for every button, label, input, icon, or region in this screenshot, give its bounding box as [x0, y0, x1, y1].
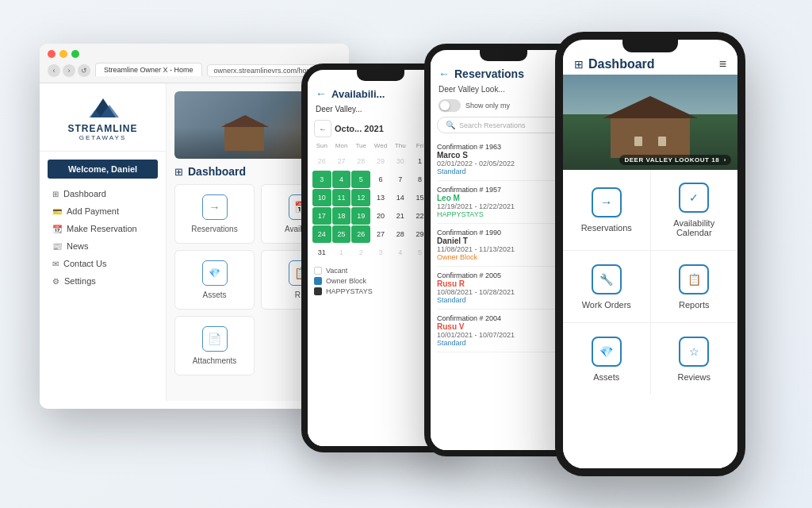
dashboard-card-attachments[interactable]: 📄 Attachments — [174, 316, 255, 375]
cal-cell[interactable]: 12 — [351, 189, 370, 206]
dashboard-card-reservations[interactable]: → Reservations — [174, 184, 255, 244]
logo-icon — [86, 95, 121, 121]
cal-cell[interactable]: 5 — [351, 171, 370, 188]
browser-minimize-dot[interactable] — [59, 50, 67, 58]
mobile-card-reviews[interactable]: ☆ Reviews — [651, 323, 738, 394]
browser-maximize-dot[interactable] — [71, 50, 79, 58]
mobile-availability-icon: ✓ — [679, 183, 709, 213]
cal-cell[interactable]: 7 — [391, 171, 410, 188]
cal-cell[interactable]: 17 — [312, 207, 331, 225]
cal-header-mon: Mon — [332, 140, 351, 151]
mobile-property-image: DEER VALLEY LOOKOUT 18 › — [563, 75, 737, 170]
cal-cell[interactable]: 3 — [371, 244, 390, 261]
toggle-knob — [440, 101, 450, 110]
availability-back-button[interactable]: ← — [316, 87, 327, 100]
reservations-back-button[interactable]: ← — [439, 67, 450, 80]
dashboard-card-assets[interactable]: 💎 Assets — [174, 250, 255, 310]
sidebar-item-add-payment[interactable]: 💳 Add Payment — [48, 202, 158, 220]
legend-owner-label: Owner Block — [326, 277, 366, 285]
res-confirmation: Confirmation # 1957 — [437, 186, 570, 194]
reservation-item[interactable]: Confirmation # 1963 Marco S 02/01/2022 -… — [437, 138, 570, 181]
forward-button[interactable]: › — [63, 64, 75, 77]
cal-cell[interactable]: 30 — [391, 152, 410, 170]
mobile-card-reports[interactable]: 📋 Reports — [651, 251, 738, 322]
attachments-icon-box: 📄 — [202, 326, 228, 352]
calendar-prev-button[interactable]: ← — [314, 120, 331, 137]
res-type: Owner Block — [437, 253, 570, 261]
mobile-title-row: ⊞ Dashboard — [574, 57, 655, 71]
mobile-menu-button[interactable]: ≡ — [719, 57, 726, 71]
cal-cell[interactable]: 6 — [371, 171, 390, 188]
reservation-item[interactable]: Confirmation # 1990 Daniel T 11/08/2021 … — [437, 224, 570, 267]
cal-cell[interactable]: 25 — [332, 225, 351, 243]
dashboard-card-label-reservations: Reservations — [191, 225, 237, 233]
cal-cell[interactable]: 14 — [391, 189, 410, 206]
cal-cell[interactable]: 29 — [371, 152, 390, 170]
cal-cell[interactable]: 24 — [312, 225, 331, 243]
back-button[interactable]: ‹ — [48, 64, 60, 77]
reservation-item[interactable]: Confirmation # 2005 Rusu R 10/08/2021 - … — [437, 267, 570, 310]
cal-header-sun: Sun — [312, 140, 331, 151]
mobile-card-reservations[interactable]: → Reservations — [563, 170, 650, 250]
cal-cell[interactable]: 4 — [332, 171, 351, 188]
cal-header-wed: Wed — [371, 140, 390, 151]
cal-cell[interactable]: 11 — [332, 189, 351, 206]
cal-header-tue: Tue — [351, 140, 370, 151]
cal-cell[interactable]: 28 — [391, 225, 410, 243]
res-dates: 11/08/2021 - 11/13/2021 — [437, 245, 570, 253]
search-icon: 🔍 — [446, 121, 455, 129]
res-type: Standard — [437, 167, 570, 175]
cal-cell[interactable]: 19 — [351, 207, 370, 225]
cal-cell[interactable]: 27 — [371, 225, 390, 243]
mobile-reviews-icon: ☆ — [679, 337, 709, 367]
cal-cell[interactable]: 27 — [332, 152, 351, 170]
mobile-card-label-reservations: Reservations — [581, 223, 632, 233]
browser-nav-buttons: ‹ › ↺ — [48, 64, 90, 77]
dashboard-title: Dashboard — [188, 165, 246, 178]
cal-cell[interactable]: 26 — [351, 225, 370, 243]
cal-cell[interactable]: 1 — [332, 244, 351, 261]
cal-cell[interactable]: 21 — [391, 207, 410, 225]
sidebar-item-label: Settings — [64, 276, 96, 286]
cal-cell[interactable]: 28 — [351, 152, 370, 170]
show-my-toggle[interactable] — [439, 99, 461, 112]
mobile-card-work-orders[interactable]: 🔧 Work Orders — [563, 251, 650, 322]
browser-tab[interactable]: Streamline Owner X - Home — [95, 63, 202, 76]
reservation-item[interactable]: Confirmation # 1957 Leo M 12/19/2021 - 1… — [437, 181, 570, 224]
mobile-card-availability[interactable]: ✓ Availability Calendar — [651, 170, 738, 250]
cal-cell[interactable]: 2 — [351, 244, 370, 261]
mobile-card-label-workorders: Work Orders — [582, 300, 631, 310]
search-reservations-bar[interactable]: 🔍 Search Reservations — [437, 117, 570, 133]
mobile-dashboard-header: ⊞ Dashboard ≡ — [563, 52, 737, 75]
cal-cell[interactable]: 10 — [312, 189, 331, 206]
cal-cell[interactable]: 13 — [371, 189, 390, 206]
calendar-month-year: Octo... 2021 — [335, 124, 384, 133]
sidebar-item-dashboard[interactable]: ⊞ Dashboard — [48, 185, 158, 202]
cal-cell[interactable]: 31 — [312, 244, 331, 261]
cal-cell[interactable]: 3 — [312, 171, 331, 188]
browser-close-dot[interactable] — [48, 50, 56, 58]
payment-icon: 💳 — [52, 207, 62, 216]
sidebar-item-settings[interactable]: ⚙ Settings — [48, 272, 158, 290]
sidebar-item-contact[interactable]: ✉ Contact Us — [48, 255, 158, 272]
sidebar-item-news[interactable]: 📰 News — [48, 237, 158, 255]
res-confirmation: Confirmation # 2005 — [437, 271, 570, 279]
cal-cell[interactable]: 26 — [312, 152, 331, 170]
mobile-reports-icon: 📋 — [679, 264, 709, 294]
mobile-property-label[interactable]: DEER VALLEY LOOKOUT 18 › — [619, 155, 731, 165]
res-confirmation: Confirmation # 2004 — [437, 314, 570, 322]
sidebar-item-make-reservation[interactable]: 📆 Make Reservation — [48, 220, 158, 237]
sidebar-item-label: Dashboard — [63, 189, 106, 198]
res-guest-name: Daniel T — [437, 237, 570, 245]
cal-cell[interactable]: 18 — [332, 207, 351, 225]
res-dates: 02/01/2022 - 02/05/2022 — [437, 160, 570, 167]
reservation-item[interactable]: Confirmation # 2004 Rusu V 10/01/2021 - … — [437, 310, 570, 352]
refresh-button[interactable]: ↺ — [78, 64, 90, 77]
sidebar-item-label: Make Reservation — [67, 224, 137, 233]
reservations-icon-box: → — [202, 194, 228, 220]
res-confirmation: Confirmation # 1963 — [437, 143, 570, 151]
building-roof — [603, 96, 698, 118]
mobile-card-assets[interactable]: 💎 Assets — [563, 323, 650, 394]
cal-cell[interactable]: 20 — [371, 207, 390, 225]
cal-cell[interactable]: 4 — [391, 244, 410, 261]
